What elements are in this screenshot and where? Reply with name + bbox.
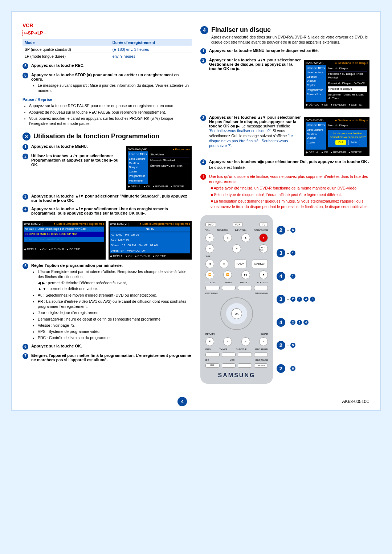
section-4-intro: Après avoir enregistré des titres sur un… [211, 35, 369, 45]
s3-5-b5: Démarrage/Fin : heure de début et de fin… [38, 317, 192, 322]
s3-5-b1: L'écran Enregistrement par minuterie s'a… [38, 269, 187, 279]
s3-5-b8: PDC : Contrôle de livraison du programme… [38, 335, 192, 340]
doc-code: AK68-00510C [342, 399, 369, 404]
pause-heading: Pause / Reprise [23, 97, 192, 102]
osd-finalize-dialog: DVD-RW(VR)● Gestionnaire de Disque Liste… [304, 117, 369, 156]
s4-1-text: Appuyez sur la touche MENU lorsque le di… [209, 48, 319, 53]
s3-3-badge: 3 [23, 194, 28, 200]
osd-rec-edit: DVD-RAM(VR)● Liste d'Enregistrements Pro… [109, 221, 192, 260]
s3-7-badge: 7 [23, 353, 28, 359]
s3-6-text: Appuyez sur la touche OK. [31, 344, 82, 348]
th-dur: Durée d'enregistrement [110, 39, 192, 46]
th-mode: Mode [23, 39, 110, 46]
s3-5-b3: PR : La source d'entrée vidéo (AV1 ou AV… [38, 299, 192, 309]
osd-disc-mgr: DVD-RW(VR)● Gestionnaire de Disque Liste… [304, 60, 369, 109]
step-6-text: Appuyez sur la touche STOP (■) pour annu… [31, 73, 179, 81]
mode-table: ModeDurée d'enregistrement SP (mode qual… [23, 39, 192, 60]
s3-2-text: Utilisez les touches ▲/▼ pour sélectionn… [31, 154, 118, 167]
warn-text: Une fois qu'un disque a été finalisé, vo… [209, 174, 369, 184]
section-4-heading: Finaliser un disque [211, 26, 369, 34]
s3-3-text: Appuyez sur la touche ▲/▼ pour sélection… [31, 194, 187, 203]
s4-4-badge: 4 [200, 159, 206, 165]
section-3-heading: Utilisation de la fonction Programmation [33, 133, 159, 140]
mode-indicator: ↦SP➔LP¬ [23, 30, 47, 36]
step-6-badge: 6 [23, 73, 28, 78]
step-5-text: Appuyez sur la touche REC. [31, 63, 85, 68]
s3-7-text: Eteignez l'appareil pour mettre fin à la… [31, 353, 191, 362]
remote-callouts: 2 – 63 – 14 – 13 – 23454 – 2342 – 52 – 6 [277, 215, 369, 384]
s3-5-b2: Au : Sélectionnez le moyen d'enregistrem… [38, 293, 192, 298]
remote-control: DVDVCRTV VOLPROG/TRKINPUT SEL.OPEN/CLOSE… [200, 215, 273, 384]
s3-1-text: Appuyez sur la touche MENU. [31, 144, 88, 148]
s3-5-b1a: ◀ ▶ : permet d'atteindre l'élément précé… [38, 281, 192, 286]
s3-2-badge: 2 [23, 154, 28, 159]
pause-b2: Appuyez de nouveau sur la touche REC PAU… [29, 110, 192, 115]
s3-5-badge: 5 [23, 263, 28, 269]
section-4-badge: 4 [200, 26, 208, 34]
s4-1-badge: 1 [200, 48, 206, 54]
s3-4-text: Appuyez sur la touche ▲/▼pour sélectionn… [31, 207, 168, 215]
osd-programme: DVD-RAM(VR)● Programme Liste de TitresLi… [126, 146, 192, 190]
s4-3-text-c: 'Souhaitez-vous finaliser ce disque?' [209, 129, 270, 133]
td-sp-dur: (E-180) env. 3 heures [110, 46, 192, 53]
s4-3-badge: 3 [200, 115, 206, 121]
s3-6-badge: 6 [23, 344, 28, 350]
step-5-badge: 5 [23, 63, 28, 69]
s3-5-text: Régler l'option de programmation par min… [31, 263, 123, 268]
s4-3-text-b: Le message suivant s'affiche [240, 124, 290, 128]
s4-2-text: Appuyez sur les touches ▲/▼ pour sélecti… [209, 58, 301, 71]
vcr-label: VCR [23, 23, 192, 28]
s3-4-badge: 4 [23, 207, 28, 212]
s3-5-b4: Jour : réglez le jour d'enregistrement. [38, 310, 192, 315]
warn-b3: La finalisation peut demander quelques m… [211, 199, 369, 209]
s4-4-text: Appuyez sur les touches ◀/▶ pour sélecti… [209, 159, 369, 164]
warn-b1: Après avoir été finalisé, un DVD-R fonct… [211, 186, 369, 191]
s3-5-b7: VPS : Système de programme vidéo. [38, 329, 192, 334]
warn-b2: Selon le type de disque utilisé, l'écran… [211, 192, 369, 197]
s3-5-b6: Vitesse : voir page 72. [38, 323, 192, 328]
s3-1-badge: 1 [23, 144, 28, 150]
s3-5-b1b: ▲ ▼ : permet de définir une valeur. [38, 286, 192, 292]
pause-b1: Appuyez sur la touche REC PAUSE pour met… [29, 103, 192, 108]
page-number: 4 [177, 397, 187, 406]
s4-2-badge: 2 [200, 58, 206, 64]
pause-b3: Vous pouvez modifier le canal en appuyan… [29, 116, 192, 126]
td-lp: LP (mode longue durée) [23, 53, 110, 60]
td-sp: SP (mode qualité standard) [23, 46, 110, 53]
section-3-badge: 3 [23, 133, 30, 140]
td-lp-dur: env. 9 heures [110, 53, 192, 60]
step-6-note: Le message suivant apparaît : Mise à jou… [38, 83, 192, 93]
samsung-logo: SAMSUNG [205, 372, 268, 379]
s4-4-note: Le disque est finalisé. [209, 165, 369, 170]
osd-rec-list: DVD-RAM(VR)● Liste d'Enregistrements Pro… [23, 221, 106, 260]
warn-badge: ! [200, 174, 206, 180]
